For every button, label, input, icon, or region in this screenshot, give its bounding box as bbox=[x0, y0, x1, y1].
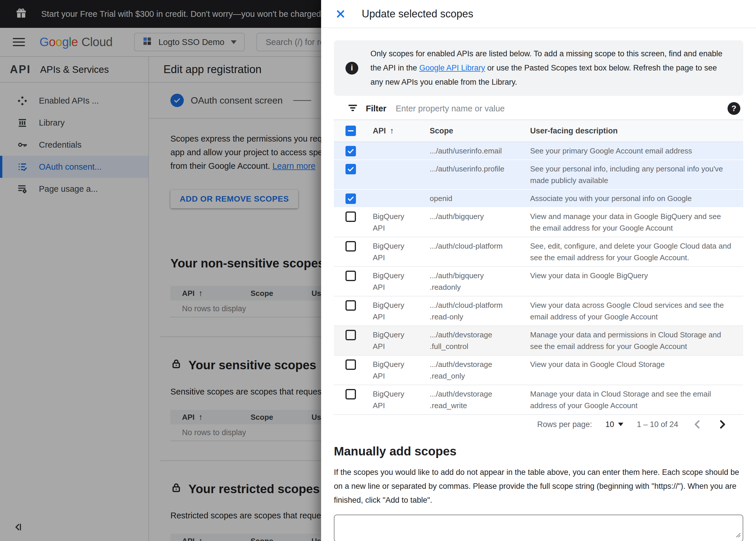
api-line: BigQuery bbox=[373, 299, 430, 311]
manual-scopes-textarea[interactable] bbox=[334, 515, 743, 541]
scope-line: .../auth/bigquery bbox=[430, 270, 530, 281]
scopes-table-header: API↑ Scope User-facing description bbox=[334, 120, 743, 142]
checkbox-cell bbox=[334, 329, 373, 340]
scope-line: .read-only bbox=[430, 311, 530, 322]
checkbox-cell bbox=[334, 270, 373, 281]
description-cell: Manage your data in Cloud Storage and se… bbox=[530, 388, 743, 411]
row-checkbox[interactable] bbox=[345, 212, 356, 222]
scope-line: .../auth/bigquery bbox=[430, 211, 530, 222]
scope-cell: .../auth/userinfo.profile bbox=[430, 163, 530, 175]
table-row[interactable]: BigQueryAPI.../auth/cloud-platformSee, e… bbox=[334, 237, 743, 267]
description-cell: See your personal info, including any pe… bbox=[530, 163, 743, 186]
rows-per-page-select[interactable]: 10 bbox=[605, 420, 623, 429]
filter-icon bbox=[347, 102, 358, 115]
help-icon[interactable]: ? bbox=[728, 102, 740, 115]
filter-label: Filter bbox=[366, 104, 386, 113]
scope-line: .read_only bbox=[430, 370, 530, 382]
api-cell: BigQueryAPI bbox=[373, 388, 430, 411]
scope-line: .../auth/userinfo.email bbox=[430, 145, 530, 157]
api-line: API bbox=[373, 340, 430, 352]
description-cell: View your data in Google BigQuery bbox=[530, 270, 743, 281]
scope-cell: .../auth/bigquery.readonly bbox=[430, 270, 530, 293]
api-line: BigQuery bbox=[373, 240, 430, 252]
table-row[interactable]: BigQueryAPI.../auth/bigquery.readonlyVie… bbox=[334, 267, 743, 296]
api-line: API bbox=[373, 311, 430, 322]
info-banner-text: Only scopes for enabled APIs are listed … bbox=[370, 47, 732, 89]
panel-header: Update selected scopes bbox=[321, 0, 756, 28]
table-row[interactable]: openidAssociate you with your personal i… bbox=[334, 190, 743, 208]
filter-input[interactable] bbox=[396, 104, 720, 113]
table-row[interactable]: BigQueryAPI.../auth/devstorage.full_cont… bbox=[334, 326, 743, 356]
table-row[interactable]: .../auth/userinfo.profileSee your person… bbox=[334, 160, 743, 190]
checkbox-cell bbox=[334, 388, 373, 399]
description-cell: Associate you with your personal info on… bbox=[530, 193, 743, 204]
scope-cell: .../auth/cloud-platform bbox=[430, 240, 530, 252]
checkbox-cell bbox=[334, 163, 373, 174]
api-line: BigQuery bbox=[373, 388, 430, 400]
scope-line: .../auth/cloud-platform bbox=[430, 299, 530, 311]
api-cell: BigQueryAPI bbox=[373, 270, 430, 293]
scope-line: .readonly bbox=[430, 281, 530, 293]
table-row[interactable]: .../auth/userinfo.emailSee your primary … bbox=[334, 142, 743, 160]
scope-cell: .../auth/userinfo.email bbox=[430, 145, 530, 157]
column-header-description[interactable]: User-facing description bbox=[530, 127, 743, 136]
description-cell: View your data across Google Cloud servi… bbox=[530, 299, 743, 322]
row-checkbox[interactable] bbox=[345, 164, 356, 174]
api-line: BigQuery bbox=[373, 270, 430, 281]
checkbox-cell bbox=[334, 299, 373, 311]
info-icon: i bbox=[345, 62, 358, 75]
scope-line: .../auth/cloud-platform bbox=[430, 240, 530, 252]
api-cell: BigQueryAPI bbox=[373, 358, 430, 382]
row-checkbox[interactable] bbox=[345, 241, 356, 252]
table-row[interactable]: BigQueryAPI.../auth/bigqueryView and man… bbox=[334, 208, 743, 237]
scope-line: .full_control bbox=[430, 340, 530, 352]
scope-cell: openid bbox=[430, 193, 530, 204]
row-checkbox[interactable] bbox=[345, 389, 356, 399]
checkbox-cell bbox=[334, 211, 373, 222]
scope-line: .../auth/devstorage bbox=[430, 358, 530, 370]
scope-cell: .../auth/devstorage.read_write bbox=[430, 388, 530, 411]
scope-cell: .../auth/devstorage.full_control bbox=[430, 329, 530, 352]
scope-line: .read_write bbox=[430, 400, 530, 411]
description-cell: See your primary Google Account email ad… bbox=[530, 145, 743, 157]
row-checkbox[interactable] bbox=[345, 359, 356, 370]
api-line: API bbox=[373, 222, 430, 234]
pagination-range: 1 – 10 of 24 bbox=[637, 420, 678, 429]
row-checkbox[interactable] bbox=[345, 330, 356, 340]
manually-add-scopes-description: If the scopes you would like to add do n… bbox=[334, 465, 743, 507]
api-cell: BigQueryAPI bbox=[373, 329, 430, 352]
description-cell: View your data in Google Cloud Storage bbox=[530, 358, 743, 370]
table-row[interactable]: BigQueryAPI.../auth/devstorage.read_writ… bbox=[334, 385, 743, 415]
rows-per-page-label: Rows per page: bbox=[537, 420, 592, 429]
column-header-scope[interactable]: Scope bbox=[430, 127, 530, 136]
api-line: API bbox=[373, 370, 430, 382]
api-cell: BigQueryAPI bbox=[373, 299, 430, 322]
table-row[interactable]: BigQueryAPI.../auth/devstorage.read_only… bbox=[334, 356, 743, 385]
scope-line: .../auth/devstorage bbox=[430, 388, 530, 400]
panel-title: Update selected scopes bbox=[362, 8, 473, 20]
scopes-table: API↑ Scope User-facing description .../a… bbox=[334, 120, 743, 415]
next-page-button[interactable] bbox=[717, 419, 728, 430]
close-icon[interactable] bbox=[334, 7, 347, 21]
row-checkbox[interactable] bbox=[345, 146, 356, 156]
checkbox-cell bbox=[334, 358, 373, 370]
info-banner: i Only scopes for enabled APIs are liste… bbox=[334, 40, 743, 96]
column-header-api[interactable]: API↑ bbox=[373, 126, 430, 136]
row-checkbox[interactable] bbox=[345, 300, 356, 311]
chevron-down-icon bbox=[618, 423, 623, 426]
google-api-library-link[interactable]: Google API Library bbox=[419, 64, 485, 72]
manually-add-scopes-title: Manually add scopes bbox=[334, 444, 743, 458]
select-all-checkbox[interactable] bbox=[345, 126, 356, 136]
scope-line: .../auth/userinfo.profile bbox=[430, 163, 530, 175]
api-line: API bbox=[373, 281, 430, 293]
row-checkbox[interactable] bbox=[345, 270, 356, 281]
filter-bar[interactable]: Filter ? bbox=[334, 98, 743, 120]
scopes-table-body: .../auth/userinfo.emailSee your primary … bbox=[334, 142, 743, 415]
api-cell: BigQueryAPI bbox=[373, 211, 430, 234]
checkbox-cell bbox=[334, 193, 373, 204]
row-checkbox[interactable] bbox=[345, 194, 356, 204]
table-row[interactable]: BigQueryAPI.../auth/cloud-platform.read-… bbox=[334, 296, 743, 326]
scope-cell: .../auth/devstorage.read_only bbox=[430, 358, 530, 382]
previous-page-button[interactable] bbox=[692, 419, 703, 430]
api-line: API bbox=[373, 252, 430, 264]
